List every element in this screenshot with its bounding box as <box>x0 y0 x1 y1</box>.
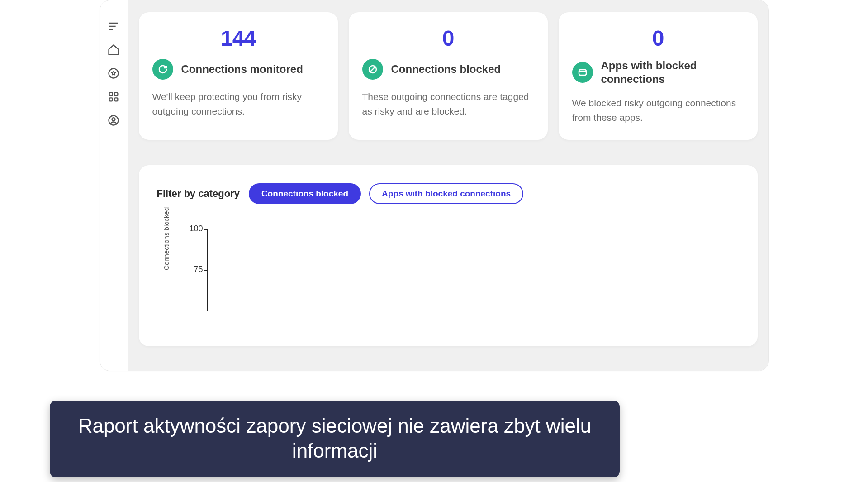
filter-label: Filter by category <box>157 188 240 200</box>
shield-star-icon[interactable] <box>107 67 120 80</box>
filter-pill-apps-blocked[interactable]: Apps with blocked connections <box>369 183 523 204</box>
chart: Connections blocked 100 75 <box>171 229 740 329</box>
svg-rect-12 <box>579 70 586 75</box>
sidebar <box>100 0 128 371</box>
stat-value: 0 <box>362 26 534 51</box>
annotation-caption: Raport aktywności zapory sieciowej nie z… <box>50 401 620 477</box>
blocked-icon <box>362 59 383 80</box>
svg-rect-4 <box>109 93 113 96</box>
stat-description: We blocked risky outgoing connections fr… <box>572 96 744 124</box>
stat-title: Connections monitored <box>181 62 303 76</box>
svg-rect-7 <box>114 98 118 101</box>
app-window: 144 Connections monitored We'll keep pro… <box>100 0 769 371</box>
filter-pill-connections-blocked[interactable]: Connections blocked <box>249 183 361 204</box>
stat-title: Apps with blocked connections <box>601 59 744 86</box>
svg-point-3 <box>109 69 119 78</box>
stat-value: 144 <box>152 26 324 51</box>
svg-line-11 <box>370 67 375 72</box>
home-icon[interactable] <box>107 43 120 57</box>
svg-point-9 <box>112 118 115 121</box>
stat-description: We'll keep protecting you from risky out… <box>152 90 324 118</box>
stat-value: 0 <box>572 26 744 51</box>
y-tick: 100 <box>185 224 203 234</box>
card-connections-blocked: 0 Connections blocked These outgoing con… <box>349 12 548 140</box>
apps-grid-icon[interactable] <box>107 90 120 104</box>
stats-row: 144 Connections monitored We'll keep pro… <box>139 12 758 140</box>
card-connections-monitored: 144 Connections monitored We'll keep pro… <box>139 12 338 140</box>
svg-rect-6 <box>109 98 113 101</box>
card-apps-blocked: 0 Apps with blocked connections We block… <box>559 12 758 140</box>
stat-description: These outgoing connections are tagged as… <box>362 90 534 118</box>
chart-plot-area <box>207 229 721 311</box>
y-tick: 75 <box>185 265 203 274</box>
profile-icon[interactable] <box>107 114 120 127</box>
y-axis-label: Connections blocked <box>162 207 170 270</box>
main-area: 144 Connections monitored We'll keep pro… <box>128 0 768 371</box>
stat-title: Connections blocked <box>391 62 501 76</box>
svg-rect-5 <box>114 93 118 96</box>
menu-icon[interactable] <box>107 19 120 33</box>
refresh-icon <box>152 59 173 80</box>
app-icon <box>572 62 593 83</box>
filter-row: Filter by category Connections blocked A… <box>157 183 740 204</box>
chart-panel: Filter by category Connections blocked A… <box>139 165 758 346</box>
